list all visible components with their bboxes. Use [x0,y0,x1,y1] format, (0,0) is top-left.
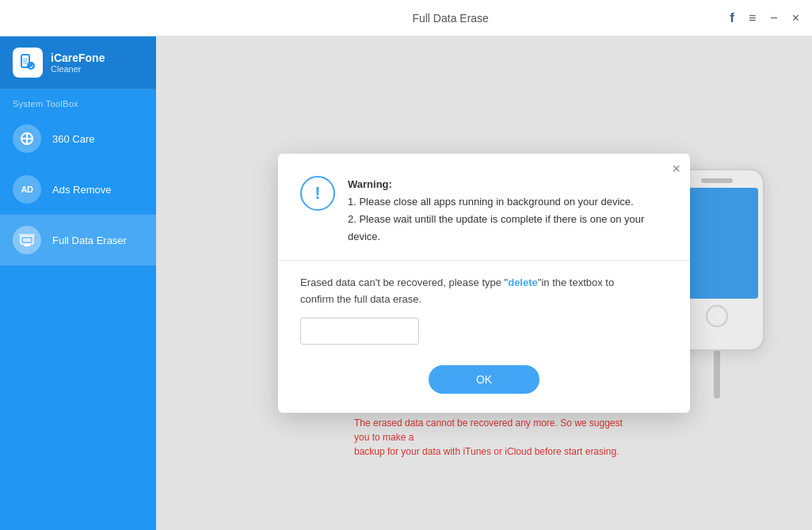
content-area: Notice： The erased data cannot be recove… [156,36,812,530]
logo-icon: ✓ [13,48,43,78]
dialog-confirm-section: Erased data can't be recovered, please t… [278,261,690,353]
dialog: × ! Warning: 1. Please close all apps ru… [278,154,690,413]
confirm-text-1: Erased data can't be recovered, please t… [300,276,508,288]
main-layout: ✓ iCareFone Cleaner System ToolBox 360 C… [0,36,812,530]
logo-text: iCareFone Cleaner [51,51,105,74]
dialog-actions: OK [278,353,690,413]
warning-line2: 2. Please wait untill the update is comp… [348,211,668,246]
sidebar-item-ads-remove[interactable]: AD Ads Remove [0,164,156,215]
minimize-icon[interactable]: − [770,11,777,25]
svg-text:✓: ✓ [29,64,34,70]
warning-line1: 1. Please close all apps running in back… [348,193,668,211]
app-logo: ✓ iCareFone Cleaner [0,36,156,90]
close-icon[interactable]: × [792,11,799,25]
confirm-input[interactable] [300,318,419,345]
sidebar: ✓ iCareFone Cleaner System ToolBox 360 C… [0,36,156,530]
confirm-text-2: "in the textbox to [538,276,614,288]
confirm-keyword: delete [508,276,538,288]
menu-icon[interactable]: ≡ [749,11,756,25]
sidebar-item-360-care[interactable]: 360 Care [0,113,156,164]
confirm-text-3: confirm the full data erase. [300,293,421,305]
svg-rect-9 [24,244,30,246]
title-bar-controls: f ≡ − × [730,10,799,26]
svg-rect-1 [23,58,28,64]
sidebar-item-360-care-label: 360 Care [52,133,94,145]
warning-title: Warning: [348,176,668,193]
full-data-eraser-icon [13,226,41,254]
ok-button[interactable]: OK [429,365,539,394]
sidebar-item-ads-remove-label: Ads Remove [52,184,111,196]
ads-remove-icon: AD [13,175,41,204]
app-name: iCareFone [51,51,105,64]
svg-rect-8 [23,238,31,242]
dialog-warning-section: ! Warning: 1. Please close all apps runn… [278,154,690,260]
dialog-close-button[interactable]: × [672,162,680,176]
sidebar-item-full-data-eraser-label: Full Data Eraser [52,234,127,246]
title-bar: Full Data Erase f ≡ − × [0,0,812,36]
window-title: Full Data Erase [412,12,488,25]
app-sub: Cleaner [51,64,105,74]
warning-text: Warning: 1. Please close all apps runnin… [348,176,668,246]
svg-rect-10 [19,234,35,236]
warning-icon: ! [300,176,335,211]
sidebar-section-label: System ToolBox [0,90,156,113]
360-care-icon [13,124,41,153]
confirm-text: Erased data can't be recovered, please t… [300,275,668,308]
dialog-overlay: × ! Warning: 1. Please close all apps ru… [156,36,812,530]
sidebar-item-full-data-eraser[interactable]: Full Data Eraser [0,215,156,265]
facebook-icon[interactable]: f [730,10,734,26]
